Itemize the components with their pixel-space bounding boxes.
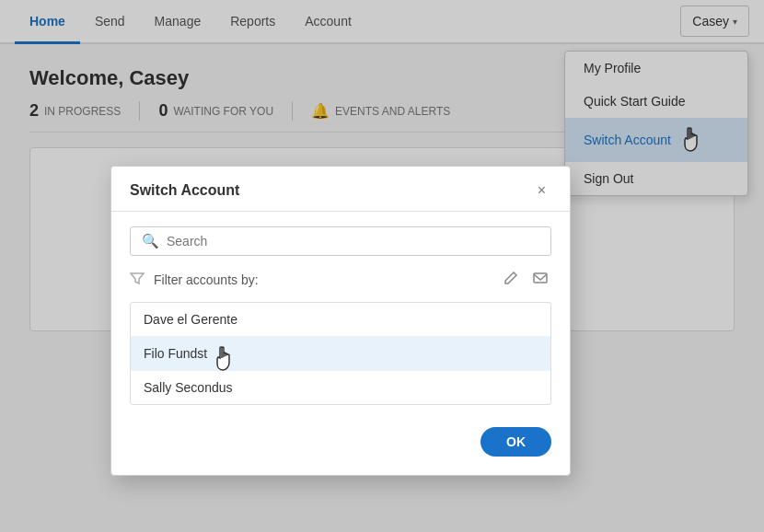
- filter-row: Filter accounts by:: [130, 269, 551, 291]
- search-box: 🔍: [130, 226, 551, 256]
- switch-account-modal: Switch Account × 🔍 Filter accounts by:: [110, 166, 571, 476]
- filter-actions: [500, 269, 551, 291]
- modal-body: 🔍 Filter accounts by:: [111, 212, 570, 420]
- hover-hand-cursor-icon: [214, 346, 235, 372]
- search-input[interactable]: [167, 234, 539, 249]
- filter-icon: [130, 272, 145, 289]
- envelope-filter-button[interactable]: [529, 269, 551, 291]
- modal-close-button[interactable]: ×: [532, 181, 551, 200]
- modal-title: Switch Account: [130, 182, 239, 199]
- svg-rect-0: [534, 273, 547, 283]
- account-item-filo-label: Filo Fundst: [144, 346, 207, 361]
- ok-button[interactable]: OK: [480, 427, 551, 457]
- modal-header: Switch Account ×: [111, 167, 570, 212]
- filter-label: Filter accounts by:: [154, 272, 491, 287]
- search-icon: 🔍: [142, 233, 159, 249]
- envelope-icon: [533, 271, 548, 285]
- account-list: Dave el Gerente Filo Fundst Sally Second…: [130, 302, 551, 405]
- edit-icon: [504, 271, 518, 285]
- account-item-sally[interactable]: Sally Secondus: [131, 371, 550, 404]
- account-item-filo[interactable]: Filo Fundst: [131, 337, 550, 371]
- edit-filter-button[interactable]: [500, 269, 522, 291]
- account-item-dave[interactable]: Dave el Gerente: [131, 303, 550, 337]
- funnel-icon: [130, 272, 145, 286]
- modal-footer: OK: [111, 420, 570, 460]
